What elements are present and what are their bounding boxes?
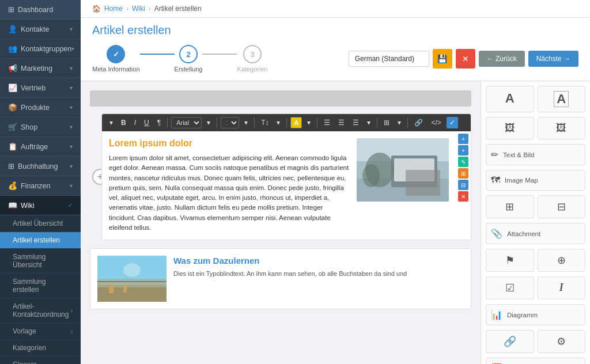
toolbar-bold[interactable]: B [118,117,129,128]
article2-text[interactable]: Dies ist ein Typoblindtext. An ihm kann … [173,269,464,279]
sidebar-item-label: Wiki [21,202,68,210]
toolbar-code[interactable]: </> [428,117,444,128]
produkte-icon: 📦 [8,103,17,112]
breadcrumb-home[interactable]: Home [104,5,123,13]
panel-item-flag[interactable]: ⚑ [486,249,534,272]
side-btn-red2[interactable]: ⊟ [458,180,468,190]
article-content-wrapper: Lorem ipsum dolor Lorem ipsum dolor sit … [102,131,471,240]
toolbar-align[interactable]: ☰ [350,117,362,128]
sidebar-item-shop[interactable]: 🛒 Shop ▾ [0,117,81,137]
stepper-row: ✓ Meta Information 2 Erstellung 3 Katego… [92,45,578,73]
toolbar-paragraph[interactable]: ¶ [154,117,164,128]
back-button[interactable]: ← Zurück [479,51,525,67]
side-btn-delete[interactable]: ✕ [458,191,468,202]
toolbar-table[interactable]: ⊞ [381,117,392,128]
sidebar-item-vorlage[interactable]: Vorlage › [0,323,81,340]
sidebar-item-auftraege[interactable]: 📋 Aufträge ▾ [0,137,81,157]
toolbar-color-btn[interactable]: A [290,117,302,128]
gear-icon: ⚙ [557,335,566,348]
panel-item-veranstaltung[interactable]: 📅 [486,358,585,364]
panel-item-table2[interactable]: ⊟ [538,195,586,218]
toolbar-ul[interactable]: ☰ [321,117,333,128]
sidebar-item-kontaktgruppen[interactable]: 👥 Kontaktgruppen ▾ [0,39,81,59]
article-image-svg [357,138,449,202]
sidebar-item-artikel-kontaktzuordnung[interactable]: Artikel-Kontaktzuordnung › [0,298,81,323]
sidebar-item-kontakte[interactable]: 👤 Kontakte ▾ [0,20,81,39]
svg-point-6 [362,164,380,187]
marketing-icon: 📢 [8,64,17,73]
right-panel: A A 🖼 🖼 ✏ Text & Bild [481,81,590,364]
toolbar-italic[interactable]: I [131,117,139,128]
toolbar-align-dropdown[interactable]: ▾ [364,117,373,128]
panel-grid-6: 🔗 ⚙ [486,330,585,353]
panel-item-image-styled[interactable]: 🖼 [538,117,586,139]
toolbar-confirm[interactable]: ✓ [447,117,458,128]
toolbar-font-dropdown[interactable]: ▾ [204,117,213,128]
sidebar-item-glossar[interactable]: Glossar [0,357,81,364]
sidebar-item-dashboard[interactable]: ⊞ Dashboard [0,0,81,20]
sub-item-label: Artikel-Kontaktzuordnung [13,302,71,318]
chevron-icon: ▾ [70,85,73,91]
breadcrumb-wiki[interactable]: Wiki [132,5,145,13]
panel-item-image-map[interactable]: 🗺 Image Map [486,170,585,191]
panel-item-text-styled[interactable]: A [538,86,586,112]
image-map-label: Image Map [505,177,538,184]
sidebar-item-artikel-uebersicht[interactable]: Artikel Übersicht [0,215,81,232]
language-select[interactable]: German (Standard) English French [349,51,429,67]
article2-image [97,256,167,302]
image-map-icon: 🗺 [491,175,500,185]
toolbar-text-format[interactable]: T↕ [258,117,271,128]
toolbar-dropdown[interactable]: ▾ [107,117,116,128]
panel-grid-3: ⊞ ⊟ [486,195,585,218]
toolbar-font-select[interactable]: Arial [171,117,202,128]
article-body-1[interactable]: Lorem ipsum dolor sit amet, consectetuer… [109,153,351,233]
sub-item-label: Artikel erstellen [13,236,60,244]
panel-item-check[interactable]: ☑ [486,276,534,299]
step-circle-2: 2 [179,45,198,63]
toolbar-ol[interactable]: ☰ [335,117,347,128]
toolbar-text-format-dropdown[interactable]: ▾ [274,117,283,128]
flag-icon: ⚑ [505,254,515,267]
side-btn-edit[interactable]: ✎ [458,157,468,167]
toolbar-color-dropdown[interactable]: ▾ [304,117,313,128]
sidebar-item-kategorien[interactable]: Kategorien [0,340,81,357]
panel-item-gear[interactable]: ⚙ [538,330,586,353]
panel-item-info[interactable]: I [538,276,586,299]
toolbar-table-dropdown[interactable]: ▾ [395,117,404,128]
panel-item-image[interactable]: 🖼 [486,117,534,139]
article2-content: Was zum Dazulernen Dies ist ein Typoblin… [173,256,464,302]
sub-item-label: Glossar [13,361,36,364]
sidebar-item-marketing[interactable]: 📢 Marketing ▾ [0,59,81,78]
panel-item-tree[interactable]: ⊕ [538,249,586,272]
sidebar-item-produkte[interactable]: 📦 Produkte ▾ [0,98,81,117]
step-circle-3: 3 [243,45,262,63]
side-btn-down[interactable]: + [458,145,468,156]
sidebar-item-finanzen[interactable]: 💰 Finanzen ▾ [0,176,81,196]
side-btn-red1[interactable]: ⊞ [458,168,468,179]
sidebar-item-vertrieb[interactable]: 📈 Vertrieb ▾ [0,78,81,98]
sidebar-item-buchhaltung[interactable]: ⊞ Buchhaltung ▾ [0,157,81,176]
toolbar-size-select[interactable]: 12 [221,117,239,128]
toolbar-underline[interactable]: U [141,117,152,128]
next-button[interactable]: Nächste → [528,51,578,67]
side-btn-up[interactable]: + [458,134,468,144]
panel-item-attachment[interactable]: 📎 Attachment [486,223,585,244]
sidebar: ⊞ Dashboard 👤 Kontakte ▾ 👥 Kontaktgruppe… [0,0,81,364]
panel-item-link[interactable]: 🔗 [486,330,534,353]
article-heading-1: Lorem ipsum dolor [109,138,351,149]
panel-item-diagramm[interactable]: 📊 Diagramm [486,304,585,325]
sidebar-item-sammlung-uebersicht[interactable]: Sammlung Übersicht [0,249,81,274]
sidebar-item-label: Finanzen [21,182,70,190]
toolbar-size-dropdown[interactable]: ▾ [241,117,251,128]
panel-item-text[interactable]: A [486,86,534,112]
panel-item-text-bild[interactable]: ✏ Text & Bild [486,144,585,165]
save-button[interactable]: 💾 [433,49,452,69]
panel-item-table1[interactable]: ⊞ [486,195,534,218]
sidebar-item-sammlung-erstellen[interactable]: Sammlung erstellen [0,274,81,298]
breadcrumb-sep1: › [126,5,128,13]
sidebar-item-artikel-erstellen[interactable]: Artikel erstellen [0,232,81,249]
toolbar-link[interactable]: 🔗 [411,117,426,128]
sidebar-item-wiki[interactable]: 📖 Wiki ✓ [0,196,81,215]
delete-button[interactable]: ✕ [456,49,475,69]
breadcrumb: 🏠 Home › Wiki › Artikel erstellen [81,0,590,18]
